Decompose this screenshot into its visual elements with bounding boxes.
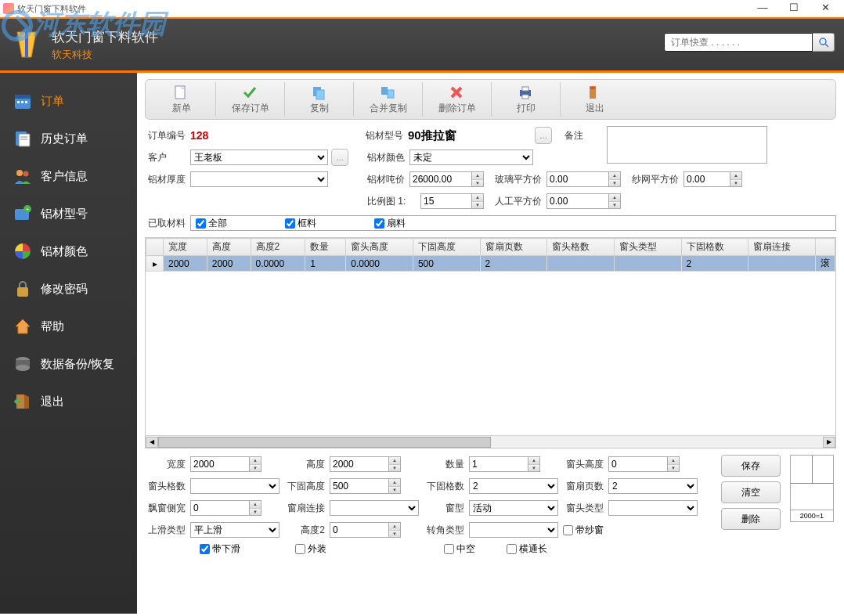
chk-hollow[interactable]: 中空: [444, 542, 475, 556]
bf-head-g[interactable]: [190, 478, 280, 494]
search-input[interactable]: [664, 33, 813, 52]
data-grid[interactable]: 宽度 高度 高度2 数量 窗头高度 下固高度 窗扇页数 窗头格数 窗头类型 下固…: [145, 237, 836, 448]
glass-price-label: 玻璃平方价: [492, 173, 546, 186]
col-fan-pages[interactable]: 窗扇页数: [480, 239, 547, 256]
table-row[interactable]: ▸ 2000 2000 0.0000 1 0.0000 500 2 2 滚: [146, 256, 835, 272]
chk-all[interactable]: 全部: [196, 217, 227, 230]
copy-icon: [311, 85, 328, 100]
bf-fan-pages[interactable]: 2: [608, 478, 698, 494]
customer-select[interactable]: 王老板: [190, 149, 328, 165]
svg-rect-6: [21, 101, 23, 103]
bf-qty[interactable]: [469, 456, 528, 472]
scroll-left-button[interactable]: ◀: [146, 437, 158, 448]
bf-lowfix-g[interactable]: 2: [469, 478, 558, 494]
bf-height[interactable]: [330, 456, 389, 472]
scroll-thumb[interactable]: [158, 437, 491, 448]
svg-rect-0: [25, 29, 28, 57]
model-picker-button[interactable]: …: [535, 127, 552, 144]
bf-h2[interactable]: [330, 522, 389, 538]
ton-price-spinner[interactable]: ▲▼: [472, 171, 484, 187]
bf-lowfix-h[interactable]: [330, 478, 389, 494]
svg-rect-32: [590, 87, 595, 89]
customer-picker-button[interactable]: …: [331, 149, 348, 166]
bf-corner[interactable]: [469, 522, 558, 538]
toolbar-save[interactable]: 保存订单: [216, 82, 285, 117]
chk-downslide[interactable]: 带下滑: [200, 542, 240, 556]
toolbar-new[interactable]: 新单: [147, 82, 216, 117]
grid-hscrollbar[interactable]: ◀ ▶: [146, 435, 835, 448]
toolbar-delete[interactable]: 删除订单: [423, 82, 492, 117]
remark-input[interactable]: [607, 126, 767, 164]
search-button[interactable]: [813, 33, 835, 52]
sidebar-item-history[interactable]: 历史订单: [0, 120, 137, 157]
chk-fan[interactable]: 扇料: [374, 217, 406, 230]
toolbar-copy[interactable]: 复制: [285, 82, 354, 117]
labor-price-spinner[interactable]: ▲▼: [609, 193, 621, 209]
thickness-select[interactable]: [190, 171, 328, 187]
close-button[interactable]: ✕: [810, 1, 841, 16]
labor-price-input[interactable]: [546, 193, 609, 209]
net-price-input[interactable]: [683, 171, 730, 187]
ton-price-input[interactable]: [409, 171, 472, 187]
sidebar-item-password[interactable]: 修改密码: [0, 270, 137, 308]
maximize-button[interactable]: ☐: [778, 1, 810, 16]
sidebar-item-colors[interactable]: 铝材颜色: [0, 232, 137, 270]
bf-head-type[interactable]: [608, 500, 698, 516]
sidebar-item-exit[interactable]: 退出: [0, 383, 137, 420]
glass-price-spinner[interactable]: ▲▼: [609, 171, 621, 187]
sidebar-item-orders[interactable]: 订单: [0, 82, 137, 120]
svg-text:+: +: [26, 206, 30, 213]
ratio-input[interactable]: [420, 193, 472, 209]
svg-rect-26: [381, 87, 388, 95]
bf-width[interactable]: [190, 456, 250, 472]
order-no-label: 订单编号: [145, 129, 190, 142]
col-width[interactable]: 宽度: [164, 239, 207, 256]
sidebar-item-help[interactable]: 帮助: [0, 308, 137, 345]
toolbar-print[interactable]: 打印: [492, 82, 561, 117]
col-lowfix-h[interactable]: 下固高度: [413, 239, 480, 256]
clear-button[interactable]: 清空: [721, 481, 781, 503]
bf-fan-conn[interactable]: [330, 500, 419, 516]
col-qty[interactable]: 数量: [305, 239, 346, 256]
ratio-spinner[interactable]: ▲▼: [472, 193, 484, 209]
svg-rect-30: [522, 95, 528, 99]
scroll-right-button[interactable]: ▶: [823, 437, 835, 448]
svg-rect-18: [17, 287, 28, 297]
sidebar-item-label: 历史订单: [41, 131, 88, 146]
col-head-h[interactable]: 窗头高度: [346, 239, 413, 256]
col-fan-conn[interactable]: 窗扇连接: [748, 239, 816, 256]
delete-button[interactable]: 删除: [721, 508, 781, 530]
col-height2[interactable]: 高度2: [251, 239, 305, 256]
lock-icon: [13, 279, 33, 299]
chk-frame[interactable]: 框料: [285, 217, 316, 230]
chk-hbar[interactable]: 横通长: [507, 542, 547, 556]
col-head-type[interactable]: 窗头类型: [614, 239, 681, 256]
sidebar-item-backup[interactable]: 数据备份/恢复: [0, 345, 137, 383]
bf-bay-sw[interactable]: [190, 500, 250, 516]
sidebar-item-label: 订单: [41, 94, 64, 109]
save-button[interactable]: 保存: [721, 455, 781, 477]
toolbar-exit[interactable]: 退出: [561, 82, 629, 117]
bf-wtype[interactable]: 活动: [469, 500, 558, 516]
chk-outwear[interactable]: 外装: [295, 542, 326, 556]
col-lowfix-g[interactable]: 下固格数: [681, 239, 748, 256]
sidebar-item-models[interactable]: + 铝材型号: [0, 195, 137, 232]
net-price-spinner[interactable]: ▲▼: [730, 171, 742, 187]
col-extra[interactable]: [816, 239, 835, 256]
bf-upslide[interactable]: 平上滑: [190, 522, 280, 538]
col-height[interactable]: 高度: [207, 239, 251, 256]
chk-screen[interactable]: 带纱窗: [563, 524, 604, 537]
toolbar-merge-copy[interactable]: 合并复制: [354, 82, 423, 117]
sidebar-item-label: 铝材颜色: [41, 244, 88, 259]
check-icon: [242, 85, 259, 100]
documents-icon: [13, 128, 33, 149]
bf-head-h[interactable]: [608, 456, 668, 472]
sidebar-item-customers[interactable]: 客户信息: [0, 157, 137, 195]
sidebar-item-label: 数据备份/恢复: [41, 357, 114, 372]
glass-price-input[interactable]: [546, 171, 609, 187]
color-select[interactable]: 未定: [409, 149, 533, 165]
col-head-g[interactable]: 窗头格数: [547, 239, 615, 256]
svg-line-2: [825, 44, 828, 47]
minimize-button[interactable]: —: [747, 1, 778, 16]
order-no-value: 128: [190, 129, 362, 142]
